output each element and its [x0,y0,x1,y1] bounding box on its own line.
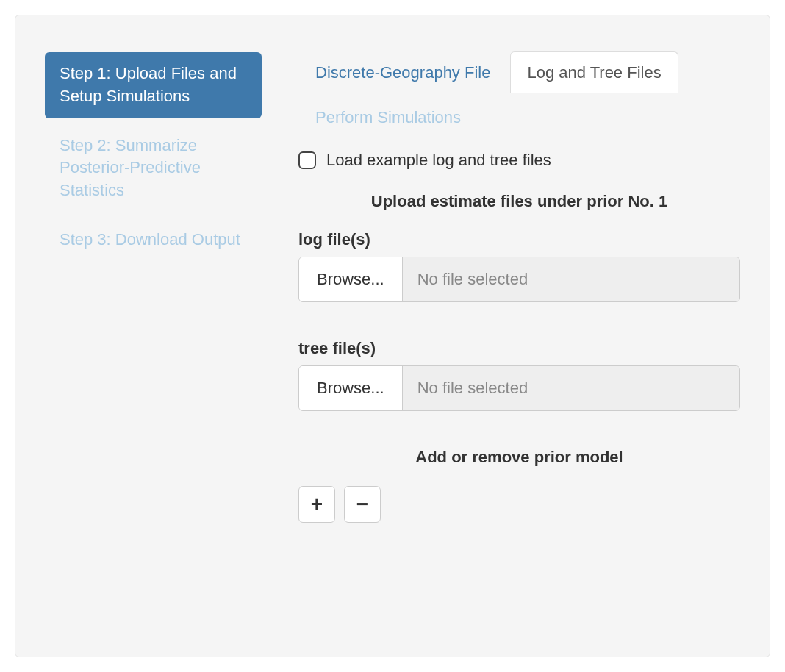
tree-file-browse-button[interactable]: Browse... [299,366,403,410]
tab-perform-simulations[interactable]: Perform Simulations [298,96,478,138]
log-file-input: Browse... No file selected [298,257,740,302]
tree-file-field: tree file(s) Browse... No file selected [298,339,740,411]
log-file-status: No file selected [403,257,739,301]
load-example-label: Load example log and tree files [326,151,551,170]
tab-label: Log and Tree Files [527,63,661,82]
minus-icon: − [356,494,368,515]
sidebar-item-label: Step 1: Upload Files and Setup Simulatio… [60,64,237,105]
sidebar-item-step2[interactable]: Step 2: Summarize Posterior-Predictive S… [45,124,262,212]
browse-label: Browse... [317,379,384,398]
sidebar-item-label: Step 2: Summarize Posterior-Predictive S… [60,136,201,200]
sidebar-item-step3[interactable]: Step 3: Download Output [45,218,262,262]
add-prior-button[interactable]: + [298,486,335,523]
sidebar: Step 1: Upload Files and Setup Simulatio… [45,37,262,523]
browse-label: Browse... [317,270,384,289]
tree-file-label: tree file(s) [298,339,740,358]
remove-prior-button[interactable]: − [344,486,381,523]
log-file-label: log file(s) [298,230,740,249]
sidebar-item-step1[interactable]: Step 1: Upload Files and Setup Simulatio… [45,52,262,118]
sidebar-item-label: Step 3: Download Output [60,230,240,249]
tab-log-tree-files[interactable]: Log and Tree Files [510,51,678,93]
tab-label: Perform Simulations [315,108,461,126]
example-files-row: Load example log and tree files [298,151,740,170]
tab-bar: Discrete-Geography File Log and Tree Fil… [298,51,740,137]
tree-file-status: No file selected [403,366,739,410]
load-example-checkbox[interactable] [298,151,316,169]
log-file-field: log file(s) Browse... No file selected [298,230,740,302]
tree-file-input: Browse... No file selected [298,365,740,411]
main-content: Discrete-Geography File Log and Tree Fil… [298,37,740,523]
tab-discrete-geography[interactable]: Discrete-Geography File [298,51,507,93]
prior-button-row: + − [298,486,740,523]
prior-controls-title: Add or remove prior model [298,448,740,467]
upload-section-title: Upload estimate files under prior No. 1 [298,192,740,211]
log-file-browse-button[interactable]: Browse... [299,257,403,301]
tab-label: Discrete-Geography File [315,63,490,82]
plus-icon: + [311,494,323,515]
